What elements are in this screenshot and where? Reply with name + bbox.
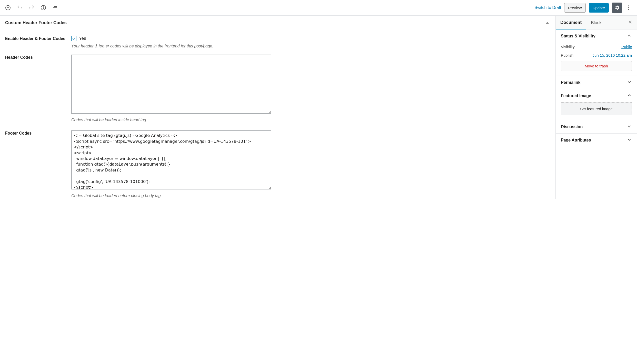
custom-codes-panel-header[interactable]: Custom Header Footer Codes bbox=[5, 16, 550, 30]
enable-codes-option: Yes bbox=[79, 36, 86, 41]
discussion-header[interactable]: Discussion bbox=[556, 120, 637, 133]
panel-title: Custom Header Footer Codes bbox=[5, 20, 67, 25]
set-featured-image-button[interactable]: Set featured image bbox=[561, 102, 632, 115]
chevron-down-icon bbox=[627, 124, 632, 130]
preview-button[interactable]: Preview bbox=[564, 3, 585, 13]
switch-to-draft-link[interactable]: Switch to Draft bbox=[534, 5, 561, 10]
caret-up-icon bbox=[546, 22, 549, 24]
page-attributes-header[interactable]: Page Attributes bbox=[556, 134, 637, 147]
settings-gear-button[interactable] bbox=[612, 3, 622, 13]
tab-block[interactable]: Block bbox=[586, 16, 606, 29]
publish-value[interactable]: Jun 15, 2010 10:22 am bbox=[593, 53, 632, 57]
svg-point-5 bbox=[43, 7, 44, 7]
svg-point-10 bbox=[628, 7, 629, 8]
more-menu-button[interactable] bbox=[625, 2, 632, 13]
publish-label: Publish bbox=[561, 53, 573, 57]
close-sidebar-button[interactable] bbox=[624, 19, 637, 25]
header-codes-label: Header Codes bbox=[5, 55, 71, 123]
footer-codes-label: Footer Codes bbox=[5, 130, 71, 199]
enable-codes-hint: Your header & footer codes will be displ… bbox=[71, 43, 271, 49]
permalink-header[interactable]: Permalink bbox=[556, 76, 637, 89]
outline-button[interactable] bbox=[50, 2, 61, 13]
add-block-button[interactable] bbox=[3, 2, 13, 13]
chevron-up-icon bbox=[627, 93, 632, 99]
featured-image-header[interactable]: Featured Image bbox=[556, 89, 637, 102]
info-button[interactable] bbox=[38, 2, 49, 13]
move-to-trash-button[interactable]: Move to trash bbox=[561, 61, 632, 71]
gear-icon bbox=[614, 5, 620, 11]
visibility-label: Visibility bbox=[561, 45, 575, 49]
header-codes-hint: Codes that will be loaded inside head ta… bbox=[71, 117, 271, 123]
enable-codes-label: Enable Header & Footer Codes bbox=[5, 36, 71, 49]
svg-point-9 bbox=[628, 5, 629, 6]
settings-sidebar: Document Block Status & Visibility Visib… bbox=[555, 16, 637, 199]
header-codes-textarea[interactable] bbox=[71, 55, 271, 114]
check-icon bbox=[72, 37, 76, 40]
topbar-right: Switch to Draft Preview Update bbox=[534, 2, 634, 13]
chevron-down-icon bbox=[627, 79, 632, 85]
status-visibility-header[interactable]: Status & Visibility bbox=[556, 29, 637, 43]
footer-codes-textarea[interactable] bbox=[71, 130, 271, 189]
enable-codes-checkbox[interactable] bbox=[71, 36, 76, 41]
editor-main: Custom Header Footer Codes Enable Header… bbox=[0, 16, 555, 199]
chevron-up-icon bbox=[627, 33, 632, 39]
svg-point-11 bbox=[628, 9, 629, 10]
topbar-left bbox=[3, 2, 61, 13]
tab-document[interactable]: Document bbox=[556, 16, 586, 29]
redo-button[interactable] bbox=[26, 2, 37, 13]
update-button[interactable]: Update bbox=[589, 3, 609, 13]
undo-button[interactable] bbox=[14, 2, 25, 13]
close-icon bbox=[628, 20, 632, 24]
footer-codes-hint: Codes that will be loaded before closing… bbox=[71, 193, 271, 199]
chevron-down-icon bbox=[627, 137, 632, 143]
editor-topbar: Switch to Draft Preview Update bbox=[0, 0, 637, 16]
sidebar-tabs: Document Block bbox=[556, 16, 637, 29]
visibility-value[interactable]: Public bbox=[621, 45, 632, 49]
